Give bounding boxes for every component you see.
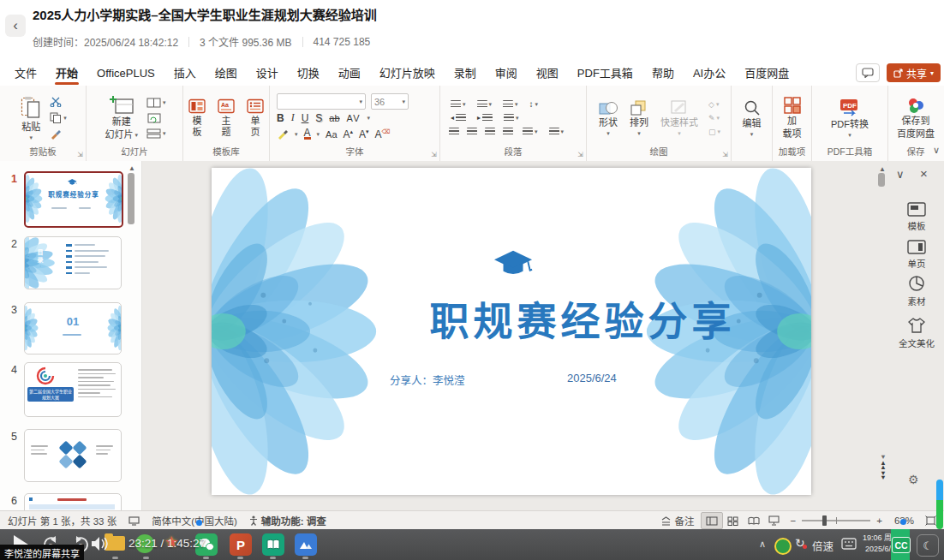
text-spacing-button[interactable]: ▾ xyxy=(502,113,521,123)
font-dialog-launcher[interactable]: ⇲ xyxy=(431,152,437,158)
change-case-button[interactable]: Aa xyxy=(326,129,337,140)
reset-slide-button[interactable] xyxy=(145,112,168,124)
columns-button[interactable]: ▾ xyxy=(521,127,540,137)
canvas-scroll-up-arrow[interactable]: ▲ xyxy=(879,166,886,173)
theme-button[interactable]: Aa 主题 xyxy=(214,97,238,140)
powerpoint-taskbar-icon[interactable]: P xyxy=(230,533,252,556)
decrease-indent-button[interactable]: ◂ xyxy=(449,113,468,123)
slide-thumbnail-6[interactable] xyxy=(24,493,122,510)
accessibility-status[interactable]: 辅助功能: 调查 xyxy=(243,511,332,530)
italic-button[interactable]: I xyxy=(291,111,295,124)
slide-thumbnail-1[interactable]: 职规赛经验分享 xyxy=(24,171,123,228)
highlight-pen-button[interactable] xyxy=(277,129,289,140)
save-to-baidu-button[interactable]: 保存到 百度网盘 xyxy=(893,95,938,141)
numbering-button[interactable]: ▾ xyxy=(475,99,494,110)
tab-help[interactable]: 帮助 xyxy=(642,61,684,86)
template-button[interactable]: 模板 xyxy=(185,97,209,140)
thumb-scroll-up-arrow[interactable]: ▲ xyxy=(128,165,135,172)
grow-font-button[interactable]: A▴ xyxy=(344,128,354,140)
language-indicator[interactable]: 简体中文(中国大陆) xyxy=(146,511,243,530)
zoom-slider-thumb[interactable] xyxy=(822,515,827,526)
zoom-in-button[interactable]: + xyxy=(870,511,888,530)
date-textbox[interactable]: 2025/6/24 xyxy=(567,372,617,384)
rail-item-template[interactable]: 模板 xyxy=(894,202,939,232)
slide-thumbnail-2[interactable]: 目录 xyxy=(24,236,122,289)
shape-effects-button[interactable]: ▢▾ xyxy=(707,127,722,137)
next-slide-button[interactable]: ▼▼ xyxy=(880,471,886,480)
slide-layout-button[interactable]: ▾ xyxy=(145,97,168,109)
pdf-convert-button[interactable]: PDF PDF转换 ▾ xyxy=(827,97,872,140)
align-left-button[interactable] xyxy=(449,128,459,136)
notes-button[interactable]: 备注 xyxy=(654,511,701,530)
share-button[interactable]: 共享 ▾ xyxy=(887,63,941,82)
strikethrough-button[interactable]: ab xyxy=(329,113,339,123)
tab-slideshow[interactable]: 幻灯片放映 xyxy=(370,61,445,86)
close-pane-button[interactable]: × xyxy=(920,167,928,180)
tab-baidu-netdisk[interactable]: 百度网盘 xyxy=(735,61,798,86)
editing-button[interactable]: 编辑 ▾ xyxy=(739,98,765,139)
addins-button[interactable]: 加 载项 xyxy=(780,95,805,141)
settings-gear-icon[interactable]: ⚙ xyxy=(908,473,919,486)
shape-fill-button[interactable]: ◇▾ xyxy=(707,99,722,110)
tab-pdf-toolbox[interactable]: PDF工具箱 xyxy=(568,61,642,86)
app-taskbar-icon-blue[interactable] xyxy=(295,533,317,556)
slide-title-textbox[interactable]: 职规赛经验分享 xyxy=(360,289,805,346)
single-page-button[interactable]: 单页 xyxy=(243,97,267,140)
text-direction-button[interactable]: ▾ xyxy=(547,127,566,137)
rail-item-beautify[interactable]: 全文美化 xyxy=(894,317,939,349)
new-slide-button[interactable]: 新建 幻灯片▾ xyxy=(101,94,141,142)
canvas-scrollbar[interactable] xyxy=(878,173,885,187)
tab-animations[interactable]: 动画 xyxy=(329,61,370,86)
paragraph-dialog-launcher[interactable]: ⇲ xyxy=(577,152,583,158)
copy-button[interactable]: ▾ xyxy=(48,111,69,124)
zoom-out-button[interactable]: − xyxy=(785,511,803,530)
collapse-pane-button[interactable]: ∨ xyxy=(896,169,905,180)
tab-insert[interactable]: 插入 xyxy=(164,61,206,86)
drawing-dialog-launcher[interactable]: ⇲ xyxy=(722,152,728,158)
cut-button[interactable] xyxy=(48,96,69,108)
slide-counter[interactable]: 幻灯片 第 1 张，共 33 张 xyxy=(2,511,122,530)
bold-button[interactable]: B xyxy=(277,112,284,124)
slide-thumbnail-5[interactable] xyxy=(24,429,122,482)
reading-view-button[interactable] xyxy=(744,513,764,528)
zoom-slider[interactable] xyxy=(802,520,870,521)
shape-outline-button[interactable]: ✎▾ xyxy=(707,113,722,123)
clear-formatting-button[interactable]: A⌫ xyxy=(375,128,391,140)
touch-keyboard-tray-icon[interactable] xyxy=(841,537,857,551)
format-painter-button[interactable] xyxy=(48,128,69,140)
sync-tray-icon[interactable]: ↻ xyxy=(795,536,805,550)
paste-button[interactable]: 粘贴 ▾ xyxy=(17,94,45,142)
increase-indent-button[interactable]: ▸ xyxy=(475,113,494,123)
slide-thumbnail-3[interactable]: 01 xyxy=(24,302,122,354)
previous-slide-button[interactable]: ▲▲ xyxy=(880,461,886,469)
tab-file[interactable]: 文件 xyxy=(5,61,46,86)
text-shadow-button[interactable]: S xyxy=(315,112,322,124)
tab-record[interactable]: 录制 xyxy=(445,61,486,86)
quick-styles-button[interactable]: 快速样式 ▾ xyxy=(657,98,702,138)
tab-transitions[interactable]: 切换 xyxy=(288,61,329,86)
shrink-font-button[interactable]: A▾ xyxy=(359,128,369,140)
tray-expand-icon[interactable]: ∧ xyxy=(759,539,766,550)
align-right-button[interactable] xyxy=(485,128,495,136)
tab-draw[interactable]: 绘图 xyxy=(206,61,247,86)
rail-item-single-page[interactable]: 单页 xyxy=(894,240,939,270)
clipboard-dialog-launcher[interactable]: ⇲ xyxy=(77,152,83,158)
tab-design[interactable]: 设计 xyxy=(247,61,288,86)
slide-sorter-view-button[interactable] xyxy=(723,513,744,528)
bullets-button[interactable]: ▾ xyxy=(449,99,468,110)
display-settings-button[interactable] xyxy=(122,511,146,530)
normal-view-button[interactable] xyxy=(701,512,723,529)
presenter-textbox[interactable]: 分享人：李悦滢 xyxy=(390,372,465,388)
caj-viewer-taskbar-icon[interactable] xyxy=(262,533,284,556)
night-mode-button[interactable]: ☾ xyxy=(917,534,939,557)
thumb-scrollbar[interactable] xyxy=(128,173,134,224)
back-button[interactable]: ‹ xyxy=(5,15,26,37)
character-spacing-button[interactable]: AV xyxy=(347,113,361,123)
slide-canvas[interactable]: 职规赛经验分享 分享人：李悦滢 2025/6/24 xyxy=(212,168,811,495)
arrange-button[interactable]: 排列 ▾ xyxy=(626,98,652,138)
subtitles-cc-button[interactable]: CC xyxy=(892,537,911,553)
comments-button[interactable] xyxy=(856,63,880,82)
font-size-combo[interactable]: 36▾ xyxy=(371,93,409,110)
slideshow-button[interactable] xyxy=(764,513,785,528)
slide-thumbnail-4[interactable]: 第二届全国大学生职业规划大赛 xyxy=(24,362,122,417)
